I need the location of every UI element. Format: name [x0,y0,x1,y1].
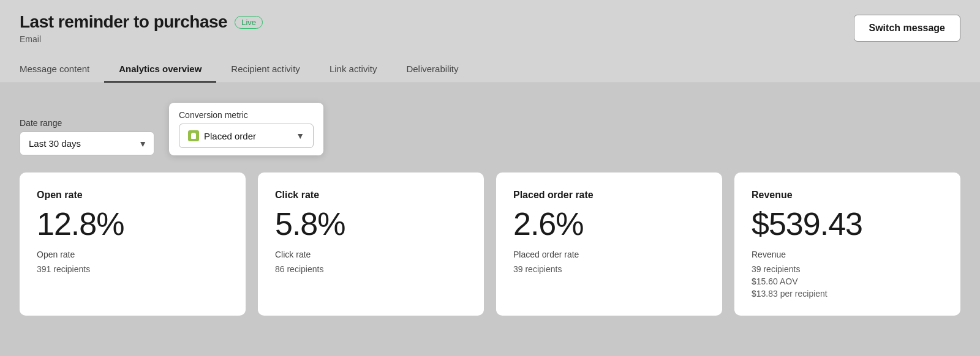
open-rate-value: 12.8% [37,208,228,240]
open-rate-title: Open rate [37,190,228,201]
tab-analytics-overview[interactable]: Analytics overview [104,56,216,83]
tab-link-activity[interactable]: Link activity [315,56,392,83]
open-rate-recipients: 391 recipients [37,264,228,274]
open-rate-sublabel: Open rate [37,250,228,259]
tab-recipient-activity[interactable]: Recipient activity [216,56,315,83]
conversion-metric-label: Conversion metric [179,110,314,120]
conversion-metric-value: Placed order [204,131,291,141]
page-title: Last reminder to purchase [20,12,227,32]
revenue-per-recipient: $13.83 per recipient [752,289,943,299]
tab-deliverability[interactable]: Deliverability [391,56,473,83]
title-row: Last reminder to purchase Live [20,12,263,32]
date-range-label: Date range [20,118,154,128]
date-range-select[interactable]: Last 7 days Last 30 days Last 90 days Al… [20,132,154,155]
click-rate-card: Click rate 5.8% Click rate 86 recipients [258,172,484,316]
conversion-metric-select[interactable]: Placed order ▼ [179,124,314,148]
switch-message-button[interactable]: Switch message [854,15,961,42]
revenue-title: Revenue [752,190,943,201]
live-badge: Live [235,16,263,29]
conversion-metric-chevron-icon: ▼ [296,131,304,141]
placed-order-rate-recipients: 39 recipients [513,264,705,274]
revenue-recipients: 39 recipients [752,264,943,274]
click-rate-recipients: 86 recipients [275,264,467,274]
email-subtitle: Email [20,34,263,44]
conversion-metric-filter: Conversion metric Placed order ▼ [169,103,323,155]
placed-order-rate-value: 2.6% [513,208,705,240]
metric-cards-row: Open rate 12.8% Open rate 391 recipients… [20,172,960,316]
header: Last reminder to purchase Live Email Swi… [0,0,980,83]
revenue-sublabel: Revenue [752,250,943,259]
date-range-filter: Date range Last 7 days Last 30 days Last… [20,118,154,155]
header-top: Last reminder to purchase Live Email Swi… [20,12,960,49]
shopify-icon [188,130,199,141]
revenue-card: Revenue $539.43 Revenue 39 recipients $1… [734,172,960,316]
click-rate-value: 5.8% [275,208,467,240]
click-rate-title: Click rate [275,190,467,201]
open-rate-card: Open rate 12.8% Open rate 391 recipients [20,172,246,316]
tab-message-content[interactable]: Message content [20,56,104,83]
main-content: Date range Last 7 days Last 30 days Last… [0,83,980,335]
placed-order-rate-sublabel: Placed order rate [513,250,705,259]
tab-nav: Message content Analytics overview Recip… [20,56,960,83]
title-area: Last reminder to purchase Live Email [20,12,263,44]
placed-order-rate-card: Placed order rate 2.6% Placed order rate… [496,172,722,316]
date-range-select-wrapper: Last 7 days Last 30 days Last 90 days Al… [20,132,154,155]
click-rate-sublabel: Click rate [275,250,467,259]
placed-order-rate-title: Placed order rate [513,190,705,201]
revenue-aov: $15.60 AOV [752,276,943,286]
filters-row: Date range Last 7 days Last 30 days Last… [20,103,960,155]
revenue-value: $539.43 [752,208,943,240]
